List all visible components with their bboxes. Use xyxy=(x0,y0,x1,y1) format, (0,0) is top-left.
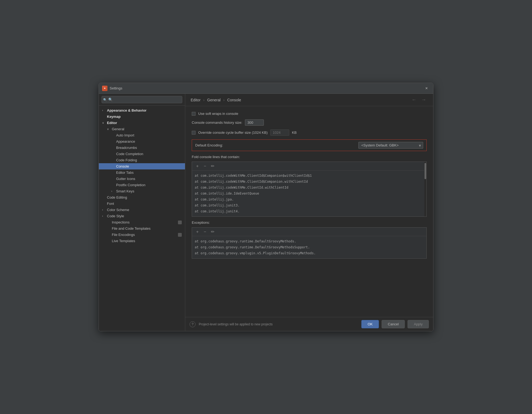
sidebar-item-keymap[interactable]: Keymap xyxy=(99,113,185,120)
override-unit: KB xyxy=(292,131,297,135)
bottom-bar: ? Project-level settings will be applied… xyxy=(185,317,433,331)
sidebar-item-auto-import[interactable]: Auto Import xyxy=(99,132,185,138)
sidebar-item-editor[interactable]: ∨ Editor xyxy=(99,120,185,126)
help-button[interactable]: ? xyxy=(190,321,196,327)
sidebar-item-code-style[interactable]: › Code Style xyxy=(99,213,185,219)
sidebar-item-editor-tabs[interactable]: Editor Tabs xyxy=(99,169,185,176)
encoding-label: Default Encoding: xyxy=(195,143,358,147)
no-arrow-code-editing xyxy=(102,196,106,199)
exceptions-toolbar: + − ✏ xyxy=(192,228,426,236)
sidebar-label-appearance: Appearance xyxy=(116,139,135,143)
sidebar-label-postfix-completion: Postfix Completion xyxy=(116,183,145,187)
override-buffer-input[interactable] xyxy=(270,129,289,136)
sidebar-label-code-folding: Code Folding xyxy=(116,158,137,162)
sidebar-item-code-editing[interactable]: Code Editing xyxy=(99,194,185,201)
project-hint: Project-level settings will be applied t… xyxy=(199,322,361,326)
edit-exception-button[interactable]: ✏ xyxy=(210,229,215,234)
nav-tree: › Appearance & Behavior Keymap ∨ Edito xyxy=(99,106,185,331)
history-size-label: Console commands history size: xyxy=(192,121,242,125)
sidebar-label-keymap: Keymap xyxy=(107,115,121,119)
sidebar-item-inspections[interactable]: Inspections xyxy=(99,219,185,225)
sidebar-label-live-templates: Live Templates xyxy=(112,239,135,243)
sidebar-item-breadcrumbs[interactable]: Breadcrumbs xyxy=(99,145,185,151)
add-fold-button[interactable]: + xyxy=(195,164,200,169)
sidebar-item-console[interactable]: Console xyxy=(99,163,185,169)
sidebar-item-font[interactable]: Font xyxy=(99,201,185,207)
breadcrumb-console: Console xyxy=(227,98,241,102)
sidebar-item-code-completion[interactable]: Code Completion xyxy=(99,151,185,157)
add-exception-button[interactable]: + xyxy=(195,229,200,234)
override-buffer-checkbox[interactable] xyxy=(192,131,196,135)
no-arrow-font xyxy=(102,202,106,205)
exception-item-3: at org.codehaus.groovy.vmplugin.v5.Plugi… xyxy=(195,250,424,256)
sidebar-item-file-code-templates[interactable]: File and Code Templates xyxy=(99,225,185,232)
fold-item-7: at com.intellij.junit4. xyxy=(195,208,424,214)
remove-exception-button[interactable]: − xyxy=(202,229,208,234)
apply-button[interactable]: Apply xyxy=(408,320,429,328)
breadcrumb-sep-1: › xyxy=(203,98,204,102)
nav-arrows: ← → xyxy=(410,96,428,103)
fold-item-6: at com.intellij.junit3. xyxy=(195,202,424,208)
fold-list: at com.intellij.codeWithMe.ClientId$Comp… xyxy=(192,171,426,216)
remove-fold-button[interactable]: − xyxy=(202,164,208,169)
settings-dialog: ✦ Settings × › Appearance & Behavior xyxy=(99,83,433,331)
sidebar-item-file-encodings[interactable]: File Encodings xyxy=(99,232,185,238)
override-buffer-label: Override console cycle buffer size (1024… xyxy=(198,131,268,135)
ok-button[interactable]: OK xyxy=(361,320,379,328)
sidebar-label-code-style: Code Style xyxy=(107,214,124,218)
history-size-input[interactable] xyxy=(245,119,264,126)
sidebar-label-file-encodings: File Encodings xyxy=(112,233,135,237)
dialog-title: Settings xyxy=(110,86,423,90)
settings-content: Use soft wraps in console Console comman… xyxy=(185,106,433,317)
sidebar-label-editor-tabs: Editor Tabs xyxy=(116,171,134,175)
close-button[interactable]: × xyxy=(423,85,430,92)
sidebar-item-appearance[interactable]: Appearance xyxy=(99,138,185,145)
sidebar-label-appearance-behavior: Appearance & Behavior xyxy=(107,108,147,112)
exceptions-list: at org.codehaus.groovy.runtime.DefaultGr… xyxy=(192,236,426,258)
encoding-select-wrapper: <System Default: GBK> UTF-8 ISO-8859-1 W… xyxy=(358,142,423,149)
back-button[interactable]: ← xyxy=(410,96,418,103)
breadcrumb-sep-2: › xyxy=(223,98,225,102)
sidebar-label-inspections: Inspections xyxy=(112,220,130,224)
inspections-badge xyxy=(178,221,182,224)
sidebar-item-postfix-completion[interactable]: Postfix Completion xyxy=(99,182,185,188)
sidebar-item-gutter-icons[interactable]: Gutter Icons xyxy=(99,176,185,182)
fold-item-1: at com.intellij.codeWithMe.ClientId$Comp… xyxy=(195,173,424,179)
breadcrumb-bar: Editor › General › Console ← → xyxy=(185,94,433,106)
edit-fold-button[interactable]: ✏ xyxy=(210,163,215,169)
sidebar-item-smart-keys[interactable]: › Smart Keys xyxy=(99,188,185,194)
encoding-select[interactable]: <System Default: GBK> UTF-8 ISO-8859-1 W… xyxy=(358,142,423,149)
no-arrow xyxy=(102,115,106,118)
breadcrumb-general: General xyxy=(207,98,221,102)
forward-button[interactable]: → xyxy=(420,96,428,103)
soft-wraps-label: Use soft wraps in console xyxy=(198,112,238,116)
sidebar-item-general[interactable]: ∨ General xyxy=(99,126,185,132)
sidebar-item-live-templates[interactable]: Live Templates xyxy=(99,238,185,244)
help-icon: ? xyxy=(191,322,193,326)
chevron-down-icon-general: ∨ xyxy=(107,128,111,131)
title-bar: ✦ Settings × xyxy=(99,83,433,94)
fold-item-5: at com.intellij.jpa. xyxy=(195,196,424,202)
sidebar-item-code-folding[interactable]: Code Folding xyxy=(99,157,185,163)
sidebar-label-gutter-icons: Gutter Icons xyxy=(116,177,135,181)
search-input[interactable] xyxy=(102,96,182,103)
sidebar-item-color-scheme[interactable]: › Color Scheme xyxy=(99,207,185,213)
cancel-button[interactable]: Cancel xyxy=(382,320,405,328)
sidebar-label-color-scheme: Color Scheme xyxy=(107,208,129,212)
sidebar-label-file-code-templates: File and Code Templates xyxy=(112,226,151,231)
sidebar-label-font: Font xyxy=(107,202,114,206)
history-size-row: Console commands history size: xyxy=(192,119,427,126)
fold-item-2: at com.intellij.codeWithMe.ClientId$Comp… xyxy=(195,179,424,185)
no-arrow-encodings xyxy=(107,233,111,236)
sidebar-label-console: Console xyxy=(116,164,129,168)
button-row: OK Cancel Apply xyxy=(361,320,429,328)
soft-wraps-row: Use soft wraps in console xyxy=(192,112,427,116)
sidebar: › Appearance & Behavior Keymap ∨ Edito xyxy=(99,94,185,331)
no-arrow-inspections xyxy=(107,221,111,224)
no-arrow-templates xyxy=(107,227,111,230)
fold-scrollbar[interactable] xyxy=(424,162,426,216)
soft-wraps-checkbox[interactable] xyxy=(192,112,196,116)
breadcrumb: Editor › General › Console xyxy=(191,98,241,102)
app-icon: ✦ xyxy=(102,86,107,91)
sidebar-item-appearance-behavior[interactable]: › Appearance & Behavior xyxy=(99,107,185,113)
